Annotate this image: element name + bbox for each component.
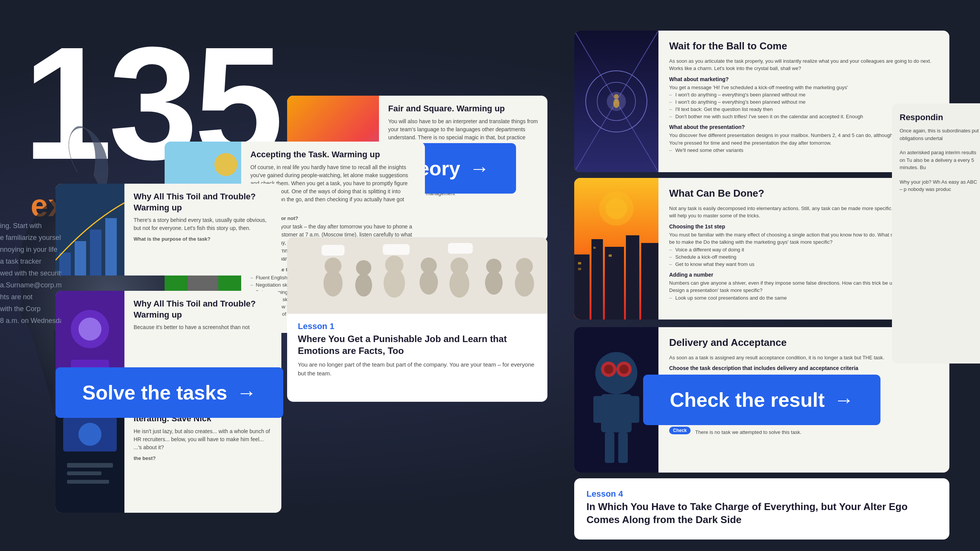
snippet-8: with the Corp — [0, 305, 61, 313]
svg-point-30 — [485, 271, 503, 295]
svg-point-22 — [355, 274, 372, 297]
lesson4-number: Lesson 4 — [586, 489, 937, 499]
svg-point-23 — [356, 260, 371, 276]
svg-rect-50 — [67, 471, 101, 475]
solve-tasks-label: Solve the tasks — [82, 381, 227, 404]
wait-ball-section1: What about marketing? — [669, 76, 939, 82]
wait-ball-item1-0: I won't do anything – everything's been … — [669, 91, 939, 98]
responding-text2: An asterisked parag interim results on T… — [900, 149, 980, 171]
save-nick-question: the best? — [134, 455, 272, 461]
toil1-svg — [56, 184, 124, 276]
toil1-content: Why All This Toil and Trouble? Warming u… — [124, 184, 281, 276]
svg-point-26 — [420, 270, 438, 295]
svg-rect-35 — [383, 244, 410, 255]
svg-rect-69 — [578, 268, 581, 270]
svg-rect-40 — [90, 230, 101, 276]
card-toil-1: Why All This Toil and Trouble? Warming u… — [56, 184, 281, 276]
lesson1-description: You are no longer part of the team but p… — [298, 360, 537, 378]
svg-rect-39 — [75, 241, 86, 276]
svg-point-33 — [516, 258, 533, 275]
toil1-image — [56, 184, 124, 276]
card-save-nick: iterating. Save Nick He isn't just lazy,… — [56, 406, 281, 513]
toil2-title: Why All This Toil and Trouble? Warming u… — [134, 298, 272, 320]
snippet-6: a.Surname@corp.me.com — [0, 281, 61, 289]
svg-point-60 — [613, 99, 619, 108]
save-nick-art — [56, 406, 124, 513]
toil1-section: What is the purpose of the task? — [134, 236, 272, 242]
svg-point-48 — [78, 423, 101, 446]
corridor-svg — [574, 31, 658, 172]
toil2-body: Because it's better to have a screenshot… — [134, 323, 272, 331]
people-svg — [287, 237, 547, 314]
left-text-snippets: ing. Start with e familiarize yourself w… — [0, 222, 61, 329]
lesson4-content: Lesson 4 In Which You Have to Take Charg… — [574, 478, 949, 537]
responding-text3: Why your job? Wh As easy as ABC – p nobo… — [900, 178, 980, 193]
svg-point-29 — [451, 258, 468, 275]
solve-button-area: Solve the tasks → — [56, 367, 283, 418]
svg-rect-34 — [322, 245, 345, 256]
lesson1-number: Lesson 1 — [298, 321, 537, 331]
wait-ball-body1: You get a message 'Hi! I've scheduled a … — [669, 84, 939, 91]
lesson1-title: Where You Get a Punishable Job and Learn… — [298, 333, 537, 357]
solve-tasks-button[interactable]: Solve the tasks → — [56, 367, 283, 418]
svg-rect-71 — [609, 254, 612, 257]
snippet-1: ing. Start with — [0, 222, 61, 230]
save-nick-body: He isn't just lazy, but also creates... … — [134, 427, 272, 452]
check-result-label: Check the result — [670, 388, 825, 411]
svg-point-73 — [606, 198, 627, 219]
wait-ball-image — [574, 31, 658, 172]
check-result-button[interactable]: Check the result → — [643, 375, 881, 425]
city-svg — [574, 178, 658, 320]
snippet-5: wed with the security department — [0, 269, 61, 277]
svg-rect-65 — [605, 247, 624, 320]
wait-ball-body: As soon as you articulate the task prope… — [669, 57, 939, 72]
snippet-9: 8 a.m. on Wednesdays — [0, 317, 61, 325]
solve-tasks-arrow: → — [237, 381, 256, 404]
responding-title: Respondin — [900, 112, 980, 122]
save-nick-svg — [56, 406, 124, 513]
toil1-art — [56, 184, 124, 276]
svg-point-25 — [385, 256, 403, 274]
svg-rect-64 — [591, 239, 603, 320]
svg-rect-49 — [67, 463, 113, 468]
svg-rect-41 — [105, 218, 117, 276]
accepting-title: Accepting the Task. Warming up — [250, 149, 416, 160]
svg-point-18 — [214, 153, 237, 176]
toil1-title: Why All This Toil and Trouble? Warming u… — [134, 191, 272, 213]
corridor-art — [574, 31, 658, 172]
card-lesson1: Lesson 1 Where You Get a Punishable Job … — [287, 237, 547, 402]
responding-text1: Once again, this is subordinates put obl… — [900, 127, 980, 142]
save-nick-image — [56, 406, 124, 513]
svg-rect-36 — [448, 243, 473, 254]
svg-rect-51 — [67, 480, 109, 484]
card-lesson4: Lesson 4 In Which You Have to Take Charg… — [574, 478, 949, 540]
toil1-body: There's a story behind every task, usual… — [134, 216, 272, 232]
snippet-2: e familiarize yourself with some of — [0, 234, 61, 242]
snippet-4: a task tracker — [0, 258, 61, 266]
wait-ball-title: Wait for the Ball to Come — [669, 40, 939, 53]
svg-point-44 — [78, 318, 101, 341]
city-art — [574, 178, 658, 320]
svg-rect-67 — [641, 243, 658, 320]
svg-rect-63 — [574, 254, 590, 320]
svg-rect-70 — [593, 247, 596, 249]
svg-point-31 — [486, 259, 501, 274]
lesson1-content: Lesson 1 Where You Get a Punishable Job … — [287, 314, 547, 385]
svg-rect-68 — [578, 262, 581, 264]
svg-point-61 — [614, 94, 619, 99]
responding-card: Respondin Once again, this is subordinat… — [892, 103, 980, 364]
svg-point-21 — [325, 258, 341, 274]
svg-point-27 — [421, 258, 437, 274]
people-art — [287, 237, 547, 314]
svg-rect-66 — [626, 235, 639, 320]
read-theory-arrow: → — [469, 157, 489, 180]
save-nick-content: iterating. Save Nick He isn't just lazy,… — [124, 406, 281, 513]
snippet-3: nnoying in your life — [0, 246, 61, 254]
snippet-7: hts are not — [0, 293, 61, 301]
what-can-image — [574, 178, 658, 320]
lesson1-image — [287, 237, 547, 314]
check-result-arrow: → — [834, 388, 854, 411]
lesson4-title: In Which You Have to Take Charge of Ever… — [586, 500, 937, 527]
